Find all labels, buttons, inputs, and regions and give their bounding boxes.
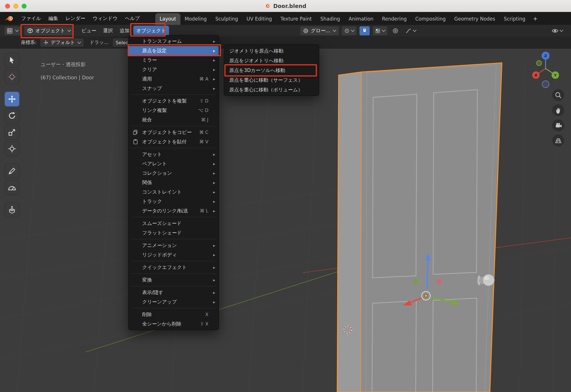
object-menu-item[interactable]: リジッドボディ▸ [128, 250, 219, 260]
object-menu-item[interactable]: データのリンク/転送⌘ L▸ [128, 206, 219, 216]
object-menu-item[interactable]: トラック▸ [128, 197, 219, 206]
minimize-window-button[interactable] [13, 4, 18, 9]
menubar-item-3[interactable]: ウィンドウ [90, 13, 120, 23]
nav-axis-z-negative[interactable] [542, 81, 549, 88]
fullscreen-window-button[interactable] [22, 4, 27, 9]
workspace-tab-scripting[interactable]: Scripting [499, 13, 530, 25]
blender-logo-icon[interactable] [5, 15, 14, 22]
object-menu-item[interactable]: リンク複製⌥ D [128, 106, 219, 115]
object-menu-item[interactable]: 全シーンから削除⇧ X [128, 319, 219, 329]
object-menu-item[interactable]: スナップ▸ [128, 84, 219, 93]
header-menu-0[interactable]: ビュー [79, 26, 99, 36]
workspace-tab-texture-paint[interactable]: Texture Paint [276, 13, 316, 25]
chevron-down-icon [382, 28, 385, 32]
object-menu-item[interactable]: トランスフォーム▸ [128, 37, 219, 46]
workspace-tab-uv-editing[interactable]: UV Editing [242, 13, 276, 25]
tool-measure[interactable] [5, 180, 19, 195]
gizmo-plane-handle-green[interactable] [413, 279, 418, 284]
nav-axis-z[interactable]: Z [542, 52, 550, 60]
camera-view-button[interactable] [552, 119, 564, 131]
object-menu-item[interactable]: オブジェクトを複製⇧ D [128, 96, 219, 106]
proportional-editing-button[interactable] [390, 26, 401, 36]
nav-axis-y-negative[interactable] [536, 61, 542, 66]
add-workspace-button[interactable]: + [530, 13, 541, 25]
object-menu-item[interactable]: コレクション▸ [128, 168, 219, 178]
object-menu-item[interactable]: クリア▸ [128, 65, 219, 74]
tool-annotate[interactable] [5, 164, 19, 178]
mode-selector-dropdown[interactable]: オブジェクト [24, 26, 74, 36]
door-knob[interactable] [477, 274, 494, 286]
header-menu-1[interactable]: 選択 [100, 26, 116, 36]
menubar-item-1[interactable]: 編集 [46, 13, 61, 23]
object-menu-item[interactable]: フラットシェード [128, 228, 219, 238]
menubar-item-4[interactable]: ヘルプ [122, 13, 143, 23]
close-window-button[interactable] [5, 4, 10, 9]
transform-orientation-dropdown[interactable]: グロー... [300, 26, 339, 36]
tool-select-box[interactable] [5, 53, 19, 68]
gizmo-plane-handle-red[interactable] [437, 279, 442, 284]
viewport-visibility-controls [549, 26, 567, 36]
object-menu-item[interactable]: 削除X [128, 310, 219, 319]
origin-submenu-item[interactable]: 原点を重心に移動（ボリューム） [224, 85, 319, 95]
tool-add-cube[interactable] [5, 202, 19, 217]
object-menu-item[interactable]: 適用⌘ A▸ [128, 74, 219, 84]
pivot-point-dropdown[interactable] [341, 26, 357, 36]
object-menu-item[interactable]: 統合⌘ J [128, 115, 219, 124]
object-menu-item[interactable]: スムーズシェード [128, 219, 219, 228]
svg-text:Y: Y [554, 73, 557, 77]
object-menu-item[interactable]: 表示/隠す▸ [128, 288, 219, 297]
workspace-tab-modeling[interactable]: Modeling [180, 13, 211, 25]
object-menu-item[interactable]: 原点を設定▸ [128, 46, 219, 55]
tool-scale[interactable] [5, 125, 19, 140]
tool-rotate[interactable] [5, 108, 19, 123]
tool-move[interactable] [5, 92, 19, 106]
editor-type-button[interactable] [4, 26, 21, 36]
menubar-item-2[interactable]: レンダー [63, 13, 88, 23]
workspace-tab-shading[interactable]: Shading [316, 13, 344, 25]
snap-with-dropdown[interactable] [372, 26, 388, 36]
menu-separator [131, 126, 216, 126]
tool-transform[interactable] [5, 141, 19, 156]
falloff-dropdown[interactable] [403, 26, 419, 36]
object-menu-item[interactable]: アニメーション▸ [128, 241, 219, 250]
menu-item-label: トラック [142, 198, 162, 205]
snap-toggle-button[interactable] [359, 26, 370, 36]
window-title: Door.blend [265, 3, 306, 9]
orthographic-grid-button[interactable] [552, 134, 564, 146]
blender-window: Door.blend ファイル編集レンダーウィンドウヘルプ LayoutMode… [0, 0, 571, 392]
workspace-tab-compositing[interactable]: Compositing [411, 13, 450, 25]
zoom-button[interactable] [552, 89, 564, 101]
header-menu-3[interactable]: オブジェクト [133, 26, 169, 36]
origin-submenu-item[interactable]: 原点を3Dカーソルへ移動 [224, 65, 319, 75]
object-menu-item[interactable]: アセット▸ [128, 150, 219, 159]
door-object[interactable] [337, 63, 502, 392]
workspace-tab-layout[interactable]: Layout [155, 13, 180, 25]
object-menu-item[interactable]: オブジェクトをコピー⌘ C [128, 128, 219, 137]
navigation-gizmo[interactable]: Z X Y [524, 47, 567, 90]
menu-item-shortcut: ⌘ A [199, 76, 208, 82]
nav-axis-y[interactable]: Y [552, 71, 559, 79]
object-menu-item[interactable]: 変換▸ [128, 275, 219, 285]
object-menu-item[interactable]: 関係▸ [128, 178, 219, 187]
object-menu-item[interactable]: ペアレント▸ [128, 159, 219, 168]
toolbar [3, 53, 21, 217]
workspace-tab-animation[interactable]: Animation [344, 13, 378, 25]
workspace-tab-sculpting[interactable]: Sculpting [211, 13, 242, 25]
menubar-item-0[interactable]: ファイル [18, 13, 44, 23]
tool-cursor[interactable] [5, 69, 19, 84]
object-menu-item[interactable]: クリーンアップ▸ [128, 297, 219, 307]
origin-submenu-item[interactable]: 原点をジオメトリへ移動 [224, 56, 319, 65]
object-menu-item[interactable]: コンストレイント▸ [128, 187, 219, 197]
workspace-tab-geometry-nodes[interactable]: Geometry Nodes [450, 13, 499, 25]
object-visibility-dropdown[interactable] [549, 26, 565, 36]
object-menu-item[interactable]: オブジェクトを貼付⌘ V [128, 137, 219, 146]
pan-button[interactable] [552, 104, 564, 116]
coord-system-dropdown[interactable]: デフォルト [40, 38, 84, 47]
origin-submenu-item[interactable]: 原点を重心に移動（サーフェス） [224, 75, 319, 85]
object-menu-item[interactable]: ミラー▸ [128, 55, 219, 65]
workspace-tab-rendering[interactable]: Rendering [378, 13, 411, 25]
object-menu-item[interactable]: クイックエフェクト▸ [128, 263, 219, 272]
header-menu-2[interactable]: 追加 [117, 26, 132, 36]
nav-axis-x[interactable]: X [532, 71, 540, 79]
origin-submenu-item[interactable]: ジオメトリを原点へ移動 [224, 46, 319, 56]
